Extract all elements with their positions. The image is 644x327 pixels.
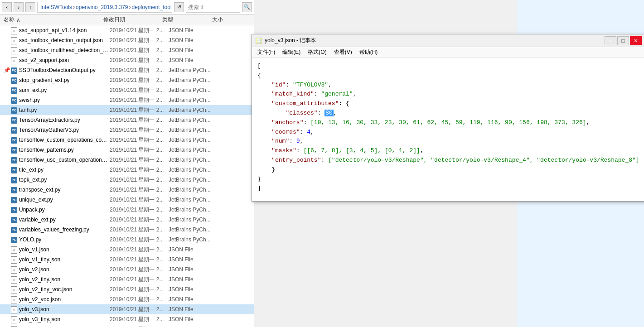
file-row[interactable]: {}yolo_v3.json2019/10/21 星期一 2...JSON Fi…: [0, 304, 254, 314]
file-row[interactable]: PCtensorflow_custom_operations_config...…: [0, 135, 254, 145]
file-row[interactable]: PCTensorArrayExtractors.py2019/10/21 星期一…: [0, 115, 254, 125]
notepad-app-icon: 📄: [256, 38, 262, 44]
file-date: 2019/10/21 星期一 2...: [110, 136, 169, 144]
file-type: JSON File: [169, 37, 218, 43]
file-row[interactable]: PCtensorflow_use_custom_operations_c...2…: [0, 155, 254, 165]
file-date: 2019/10/21 星期一 2...: [110, 186, 169, 194]
json-icon: {}: [11, 47, 17, 54]
file-row[interactable]: PCtanh.py2019/10/21 星期一 2...JetBrains Py…: [0, 105, 254, 115]
file-type: JetBrains PyCh...: [169, 147, 218, 153]
forward-button[interactable]: ›: [14, 2, 24, 12]
file-row[interactable]: PCtopk_ext.py2019/10/21 星期一 2...JetBrain…: [0, 175, 254, 185]
menu-help[interactable]: 帮助(H): [356, 48, 382, 57]
python-icon: PC: [11, 176, 17, 183]
notepad-content[interactable]: [ { "id": "TFYOLOV3", "match_kind": "gen…: [252, 58, 644, 201]
python-icon: PC: [11, 106, 17, 114]
file-row[interactable]: {}ssd_toolbox_multihead_detection_out...…: [0, 45, 254, 55]
file-type: JSON File: [169, 286, 218, 293]
menu-edit[interactable]: 编辑(E): [279, 48, 304, 57]
file-row[interactable]: PCtile_ext.py2019/10/21 星期一 2...JetBrain…: [0, 165, 254, 175]
file-name: tanh.py: [19, 107, 110, 113]
file-date: 2019/10/21 星期一 2...: [110, 266, 169, 274]
python-icon: PC: [11, 236, 17, 243]
col-header-name[interactable]: 名称 ∧: [4, 16, 103, 24]
file-date: 2019/10/21 星期一 2...: [110, 276, 169, 284]
file-date: 2019/10/21 星期一 2...: [110, 77, 169, 84]
breadcrumb-item-openvino[interactable]: openvino_2019.3.379: [76, 4, 128, 10]
file-row[interactable]: PCUnpack.py2019/10/21 星期一 2...JetBrains …: [0, 205, 254, 215]
file-row[interactable]: {}yolo_v3_tiny.json2019/10/21 星期一 2...JS…: [0, 314, 254, 324]
file-row[interactable]: {}ssd_v2_support.json2019/10/21 星期一 2...…: [0, 55, 254, 65]
file-row[interactable]: PCsum_ext.py2019/10/21 星期一 2...JetBrains…: [0, 85, 254, 95]
menu-format[interactable]: 格式(O): [304, 48, 330, 57]
file-name: variable_ext.py: [19, 216, 110, 223]
menu-view[interactable]: 查看(V): [330, 48, 356, 57]
minimize-button[interactable]: ─: [605, 36, 616, 45]
file-date: 2019/10/21 星期一 2...: [110, 67, 169, 74]
file-list[interactable]: {}ssd_support_api_v1.14.json2019/10/21 星…: [0, 25, 254, 327]
json-icon: {}: [11, 57, 17, 64]
col-header-type[interactable]: 类型: [162, 16, 212, 24]
file-row[interactable]: {}yolo_v2_tiny_voc.json2019/10/21 星期一 2.…: [0, 284, 254, 294]
close-button[interactable]: ✕: [630, 36, 642, 45]
up-button[interactable]: ↑: [25, 2, 35, 12]
file-row[interactable]: PCTensorArrayGatherV3.py2019/10/21 星期一 2…: [0, 125, 254, 135]
breadcrumb-item-intel[interactable]: IntelSWTools: [40, 4, 72, 10]
search-button[interactable]: 🔍: [242, 2, 252, 12]
search-input[interactable]: [186, 2, 240, 13]
file-date: 2019/10/21 星期一 2...: [110, 27, 169, 34]
breadcrumb-item-deployment[interactable]: deployment_tools: [131, 4, 172, 10]
python-icon: PC: [11, 126, 17, 134]
file-row[interactable]: PCtensorflow_patterns.py2019/10/21 星期一 2…: [0, 145, 254, 155]
file-date: 2019/10/21 星期一 2...: [110, 156, 169, 164]
file-name: yolo_v1_tiny.json: [19, 256, 110, 263]
file-date: 2019/10/21 星期一 2...: [110, 316, 169, 323]
breadcrumb[interactable]: IntelSWTools › openvino_2019.3.379 › dep…: [37, 2, 172, 13]
menu-file[interactable]: 文件(F): [254, 48, 279, 57]
file-row[interactable]: {}yolo_v1_tiny.json2019/10/21 星期一 2...JS…: [0, 255, 254, 264]
file-type: JetBrains PyCh...: [169, 107, 218, 113]
file-row[interactable]: 📌PCSSDToolboxDetectionOutput.py2019/10/2…: [0, 65, 254, 75]
python-icon: PC: [11, 166, 17, 173]
file-type: JetBrains PyCh...: [169, 207, 218, 213]
back-button[interactable]: ‹: [2, 2, 12, 12]
file-type: JetBrains PyCh...: [169, 187, 218, 193]
file-date: 2019/10/21 星期一 2...: [110, 166, 169, 174]
col-header-date[interactable]: 修改日期: [103, 16, 162, 24]
file-row[interactable]: {}yolo_v3_voc.json2019/10/21 星期一 2...JSO…: [0, 324, 254, 327]
file-name: yolo_v2_tiny.json: [19, 276, 110, 283]
file-date: 2019/10/21 星期一 2...: [110, 106, 169, 114]
file-row[interactable]: {}ssd_support_api_v1.14.json2019/10/21 星…: [0, 25, 254, 35]
file-name: tensorflow_use_custom_operations_c...: [19, 157, 110, 163]
file-type: JetBrains PyCh...: [169, 177, 218, 183]
file-row[interactable]: PCswish.py2019/10/21 星期一 2...JetBrains P…: [0, 95, 254, 105]
file-row[interactable]: {}yolo_v2.json2019/10/21 星期一 2...JSON Fi…: [0, 264, 254, 274]
refresh-button[interactable]: ↺: [174, 2, 184, 12]
file-row[interactable]: PCvariables_values_freezing.py2019/10/21…: [0, 225, 254, 235]
python-icon: PC: [11, 77, 17, 84]
file-type: JetBrains PyCh...: [169, 197, 218, 203]
file-type: JetBrains PyCh...: [169, 137, 218, 143]
file-row[interactable]: PCtranspose_ext.py2019/10/21 星期一 2...Jet…: [0, 185, 254, 195]
file-row[interactable]: {}yolo_v1.json2019/10/21 星期一 2...JSON Fi…: [0, 245, 254, 255]
file-row[interactable]: PCYOLO.py2019/10/21 星期一 2...JetBrains Py…: [0, 235, 254, 245]
file-row[interactable]: PCvariable_ext.py2019/10/21 星期一 2...JetB…: [0, 215, 254, 225]
file-type: JSON File: [169, 246, 218, 253]
maximize-button[interactable]: □: [617, 36, 629, 45]
file-row[interactable]: PCunique_ext.py2019/10/21 星期一 2...JetBra…: [0, 195, 254, 205]
file-type: JetBrains PyCh...: [169, 97, 218, 103]
file-explorer: ‹ › ↑ IntelSWTools › openvino_2019.3.379…: [0, 0, 254, 327]
file-row[interactable]: PCstop_gradient_ext.py2019/10/21 星期一 2..…: [0, 75, 254, 85]
python-icon: PC: [11, 96, 17, 104]
notepad-menubar: 文件(F) 编辑(E) 格式(O) 查看(V) 帮助(H): [252, 47, 644, 58]
file-row[interactable]: {}yolo_v2_tiny.json2019/10/21 星期一 2...JS…: [0, 274, 254, 284]
col-header-size[interactable]: 大小: [212, 16, 244, 24]
file-name: TensorArrayExtractors.py: [19, 117, 110, 123]
file-type: JSON File: [169, 306, 218, 313]
file-name: Unpack.py: [19, 207, 110, 213]
file-name: ssd_v2_support.json: [19, 57, 110, 63]
file-row[interactable]: {}ssd_toolbox_detection_output.json2019/…: [0, 35, 254, 45]
file-name: ssd_toolbox_multihead_detection_out...: [19, 47, 110, 53]
file-row[interactable]: {}yolo_v2_voc.json2019/10/21 星期一 2...JSO…: [0, 294, 254, 304]
file-name: ssd_support_api_v1.14.json: [19, 27, 110, 34]
